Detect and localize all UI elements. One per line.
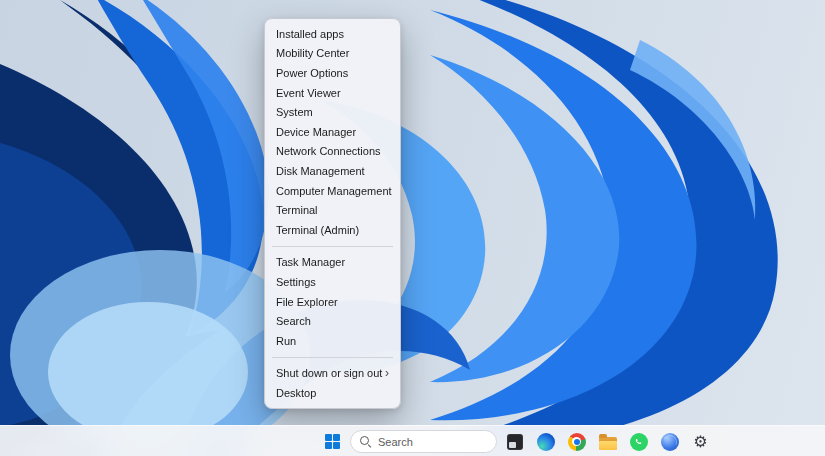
menu-item-system[interactable]: System xyxy=(269,102,396,122)
bloom-artwork xyxy=(0,0,825,456)
taskbar-search-box[interactable] xyxy=(350,430,497,453)
whatsapp-button[interactable] xyxy=(625,428,652,455)
dark-window-icon xyxy=(507,434,523,450)
gear-icon: ⚙ xyxy=(693,434,707,450)
menu-item-settings[interactable]: Settings xyxy=(269,272,396,292)
browser-globe-button[interactable] xyxy=(656,428,683,455)
search-icon xyxy=(360,436,371,447)
edge-browser-button[interactable] xyxy=(532,428,559,455)
chrome-browser-button[interactable] xyxy=(563,428,590,455)
edge-icon xyxy=(537,433,555,451)
file-explorer-button[interactable] xyxy=(594,428,621,455)
start-button[interactable] xyxy=(319,428,346,455)
menu-item-run[interactable]: Run xyxy=(269,331,396,351)
settings-button[interactable]: ⚙ xyxy=(687,428,714,455)
whatsapp-icon xyxy=(630,433,648,451)
desktop-wallpaper xyxy=(0,0,825,456)
menu-item-task-manager[interactable]: Task Manager xyxy=(269,253,396,273)
power-user-menu: Installed apps Mobility Center Power Opt… xyxy=(264,18,401,409)
menu-item-shut-down-or-sign-out[interactable]: Shut down or sign out › xyxy=(269,364,396,384)
chevron-right-icon: › xyxy=(385,367,389,380)
menu-item-device-manager[interactable]: Device Manager xyxy=(269,122,396,142)
menu-item-mobility-center[interactable]: Mobility Center xyxy=(269,44,396,64)
menu-item-power-options[interactable]: Power Options xyxy=(269,63,396,83)
folder-icon xyxy=(599,437,617,450)
menu-item-event-viewer[interactable]: Event Viewer xyxy=(269,83,396,103)
menu-item-installed-apps[interactable]: Installed apps xyxy=(269,24,396,44)
menu-item-computer-management[interactable]: Computer Management xyxy=(269,181,396,201)
menu-item-terminal-admin[interactable]: Terminal (Admin) xyxy=(269,220,396,240)
menu-item-disk-management[interactable]: Disk Management xyxy=(269,161,396,181)
menu-item-network-connections[interactable]: Network Connections xyxy=(269,142,396,162)
menu-item-terminal[interactable]: Terminal xyxy=(269,200,396,220)
menu-separator xyxy=(272,246,393,247)
menu-item-desktop[interactable]: Desktop xyxy=(269,383,396,403)
menu-item-search[interactable]: Search xyxy=(269,311,396,331)
taskbar: ⚙ xyxy=(0,425,825,456)
menu-item-file-explorer[interactable]: File Explorer xyxy=(269,292,396,312)
menu-separator xyxy=(272,357,393,358)
windows-logo-icon xyxy=(325,434,340,449)
taskbar-center-group: ⚙ xyxy=(319,426,714,456)
search-input[interactable] xyxy=(378,436,487,448)
menu-item-label: Shut down or sign out xyxy=(276,367,382,379)
chrome-icon xyxy=(568,433,586,451)
globe-icon xyxy=(661,433,679,451)
pinned-app-window-button[interactable] xyxy=(501,428,528,455)
